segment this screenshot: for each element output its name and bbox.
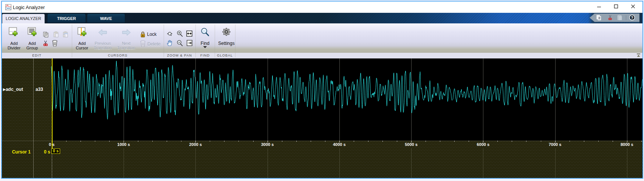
- svg-text:?: ?: [631, 15, 633, 20]
